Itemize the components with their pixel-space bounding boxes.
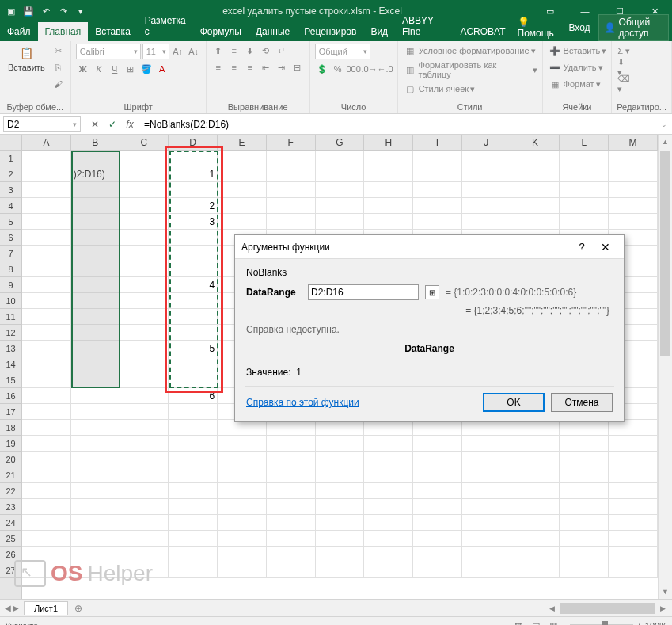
- scroll-down-icon[interactable]: ▼: [659, 585, 672, 599]
- paste-button[interactable]: 📋 Вставить: [5, 44, 48, 74]
- cut-icon[interactable]: ✂: [51, 44, 66, 58]
- percent-icon[interactable]: %: [331, 62, 345, 76]
- cell[interactable]: [560, 499, 609, 515]
- cell[interactable]: [22, 467, 71, 483]
- cell[interactable]: [120, 151, 169, 166]
- tab-data[interactable]: Данные: [249, 22, 297, 41]
- cell[interactable]: [462, 436, 511, 452]
- zoom-control[interactable]: − + 100%: [562, 621, 667, 626]
- dialog-titlebar[interactable]: Аргументы функции ? ✕: [235, 235, 624, 259]
- cell[interactable]: [364, 420, 413, 436]
- cell[interactable]: [413, 515, 462, 531]
- cell[interactable]: [22, 452, 71, 467]
- cell[interactable]: [609, 499, 658, 515]
- col-header[interactable]: J: [462, 135, 511, 150]
- scroll-up-icon[interactable]: ▲: [659, 135, 672, 149]
- cell[interactable]: [316, 452, 365, 467]
- cell[interactable]: [120, 483, 169, 499]
- cell[interactable]: [169, 499, 218, 515]
- align-right-icon[interactable]: ≡: [243, 60, 257, 74]
- cell[interactable]: [71, 562, 120, 578]
- cell[interactable]: [413, 214, 462, 230]
- dec-decimal-icon[interactable]: ←.0: [378, 62, 393, 76]
- cell[interactable]: [71, 420, 120, 436]
- row-header[interactable]: 10: [0, 293, 21, 309]
- cell[interactable]: [120, 325, 169, 341]
- zoom-in-icon[interactable]: +: [636, 621, 641, 626]
- cell[interactable]: [316, 182, 365, 198]
- cell[interactable]: [316, 467, 365, 483]
- cell[interactable]: [22, 515, 71, 531]
- cell[interactable]: [511, 166, 560, 182]
- cell[interactable]: [169, 515, 218, 531]
- cell[interactable]: [218, 562, 267, 578]
- tab-home[interactable]: Главная: [38, 22, 89, 41]
- cell[interactable]: [511, 198, 560, 214]
- cell[interactable]: [462, 214, 511, 230]
- row-header[interactable]: 24: [0, 515, 21, 531]
- login-button[interactable]: Вход: [564, 20, 594, 36]
- cell[interactable]: [71, 246, 120, 261]
- select-all-corner[interactable]: [0, 135, 22, 151]
- cell[interactable]: [22, 388, 71, 404]
- cell[interactable]: [462, 420, 511, 436]
- cell[interactable]: [609, 467, 658, 483]
- align-middle-icon[interactable]: ≡: [227, 44, 241, 58]
- formula-input[interactable]: =NoBlanks(D2:D16): [141, 119, 656, 130]
- cell[interactable]: [511, 562, 560, 578]
- cell[interactable]: [22, 325, 71, 341]
- tab-insert[interactable]: Вставка: [88, 22, 138, 41]
- cell[interactable]: [120, 420, 169, 436]
- cell[interactable]: [413, 151, 462, 166]
- scroll-thumb[interactable]: [660, 151, 670, 356]
- cell[interactable]: [511, 182, 560, 198]
- cell[interactable]: [22, 277, 71, 293]
- cell[interactable]: [22, 499, 71, 515]
- tab-review[interactable]: Рецензиров: [297, 22, 363, 41]
- cell[interactable]: [364, 166, 413, 182]
- cell[interactable]: [462, 547, 511, 562]
- column-headers[interactable]: ABCDEFGHIJKLM: [22, 135, 658, 151]
- cell[interactable]: [71, 388, 120, 404]
- dialog-help-icon[interactable]: ?: [570, 241, 594, 253]
- cell[interactable]: [413, 562, 462, 578]
- cell[interactable]: [609, 166, 658, 182]
- row-header[interactable]: 5: [0, 214, 21, 230]
- cell[interactable]: [169, 562, 218, 578]
- cell[interactable]: [267, 531, 316, 547]
- cell[interactable]: [169, 182, 218, 198]
- dialog-close-icon[interactable]: ✕: [594, 241, 617, 253]
- cell[interactable]: [267, 452, 316, 467]
- hscroll-left-icon[interactable]: ◀: [545, 604, 558, 612]
- cell[interactable]: [316, 499, 365, 515]
- cell[interactable]: [609, 483, 658, 499]
- cell[interactable]: [267, 562, 316, 578]
- cell[interactable]: [71, 230, 120, 246]
- cell[interactable]: [267, 151, 316, 166]
- cell[interactable]: [218, 499, 267, 515]
- cancel-button[interactable]: Отмена: [551, 393, 613, 412]
- cell[interactable]: [169, 230, 218, 246]
- cell[interactable]: [316, 531, 365, 547]
- cell[interactable]: [169, 261, 218, 277]
- cell[interactable]: [511, 436, 560, 452]
- cell[interactable]: [560, 198, 609, 214]
- cell[interactable]: [267, 515, 316, 531]
- row-header[interactable]: 4: [0, 198, 21, 214]
- sheet-tab[interactable]: Лист1: [24, 601, 68, 615]
- indent-dec-icon[interactable]: ⇤: [259, 60, 273, 74]
- cell[interactable]: [169, 467, 218, 483]
- cell[interactable]: [267, 436, 316, 452]
- row-header[interactable]: 1: [0, 151, 21, 166]
- row-header[interactable]: 13: [0, 341, 21, 356]
- cell[interactable]: [364, 214, 413, 230]
- cell[interactable]: [22, 404, 71, 420]
- cell[interactable]: [560, 515, 609, 531]
- autosum-icon[interactable]: Σ ▾: [617, 44, 631, 58]
- cell[interactable]: [560, 547, 609, 562]
- cell[interactable]: [22, 166, 71, 182]
- cell[interactable]: [120, 467, 169, 483]
- copy-icon[interactable]: ⎘: [51, 60, 66, 74]
- cell[interactable]: [560, 420, 609, 436]
- cell[interactable]: [364, 182, 413, 198]
